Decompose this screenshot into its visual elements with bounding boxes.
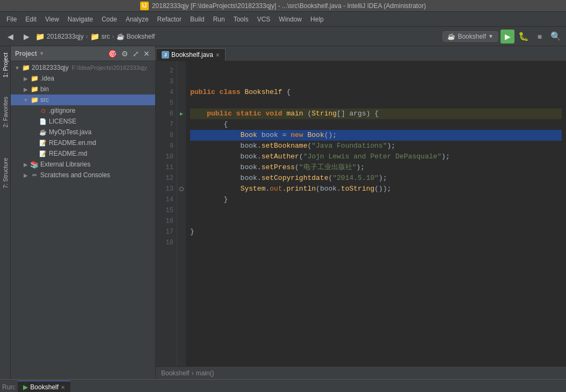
project-settings-button[interactable]: ⚙ bbox=[120, 49, 129, 58]
menu-edit[interactable]: Edit bbox=[21, 14, 41, 24]
code-line-7: { bbox=[190, 119, 562, 130]
toolbar: ◀ ▶ 📁 20182333qjy › 📁 src › ☕ Bookshelf … bbox=[0, 27, 566, 46]
menu-tools[interactable]: Tools bbox=[229, 14, 253, 24]
breakpoint-circle[interactable] bbox=[179, 187, 184, 191]
search-everywhere-button[interactable]: 🔍 bbox=[549, 30, 563, 43]
code-line-9: book.setBookname("Java Foundations"); bbox=[190, 141, 562, 151]
tree-item-readme-en[interactable]: 📝 README.en.md bbox=[11, 137, 155, 148]
tree-item-src[interactable]: ▼ 📁 src bbox=[11, 95, 155, 105]
tab-filename: Bookshelf.java bbox=[171, 51, 213, 59]
tree-readme-label: README.md bbox=[49, 150, 87, 157]
sidebar-tab-structure[interactable]: 7: Structure bbox=[1, 154, 10, 193]
run-gutters: ▶ bbox=[177, 61, 186, 366]
project-dropdown-icon[interactable]: ▼ bbox=[39, 50, 45, 56]
breadcrumb-src[interactable]: src bbox=[101, 33, 110, 40]
project-close-button[interactable]: ✕ bbox=[142, 49, 151, 58]
forward-button[interactable]: ▶ bbox=[19, 30, 33, 43]
breadcrumb-method: main() bbox=[196, 369, 214, 377]
stop-button[interactable]: ■ bbox=[533, 30, 547, 43]
tree-root-label: 20182333qjy bbox=[32, 64, 69, 71]
project-header-label: Project bbox=[15, 50, 37, 57]
run-button[interactable]: ▶ bbox=[500, 30, 514, 43]
readme-icon: 📝 bbox=[39, 149, 47, 158]
breadcrumb-file[interactable]: Bookshelf bbox=[127, 33, 155, 40]
menu-help[interactable]: Help bbox=[306, 14, 328, 24]
src-folder-icon: 📁 bbox=[90, 32, 99, 41]
run-tab-label: Bookshelf bbox=[30, 383, 59, 391]
code-line-13: System.out.println(book.toString()); bbox=[190, 184, 562, 194]
bottom-tab-run[interactable]: ▶ Bookshelf ✕ bbox=[18, 381, 70, 392]
run-tab-icon: ▶ bbox=[23, 383, 28, 391]
editor-breadcrumb: Bookshelf › main() bbox=[156, 366, 566, 379]
tree-item-bin[interactable]: ▶ 📁 bin bbox=[11, 84, 155, 95]
debug-button[interactable]: 🐛 bbox=[517, 30, 531, 43]
code-editor[interactable]: 2 3 4 5 6 7 8 9 10 11 12 13 14 15 16 17 … bbox=[156, 61, 566, 366]
tree-item-scratches[interactable]: ▶ ✏ Scratches and Consoles bbox=[11, 170, 155, 180]
menu-analyze[interactable]: Analyze bbox=[121, 14, 153, 24]
license-icon: 📄 bbox=[39, 117, 47, 126]
code-line-3 bbox=[190, 76, 562, 87]
project-header: Project ▼ 🎯 ⚙ ⤢ ✕ bbox=[11, 46, 155, 61]
menu-navigate[interactable]: Navigate bbox=[63, 14, 97, 24]
tree-item-myoptest[interactable]: ☕ MyOpTest.java bbox=[11, 127, 155, 137]
tree-arrow-bin: ▶ bbox=[21, 86, 30, 92]
menu-run[interactable]: Run bbox=[209, 14, 229, 24]
menu-vcs[interactable]: VCS bbox=[253, 14, 275, 24]
tree-item-ext-libs[interactable]: ▶ 📚 External Libraries bbox=[11, 159, 155, 170]
breadcrumb-class: Bookshelf bbox=[161, 369, 190, 377]
code-line-18 bbox=[190, 237, 562, 248]
src-folder-icon: 📁 bbox=[30, 96, 39, 104]
sidebar-tab-project[interactable]: 1: Project bbox=[1, 48, 10, 82]
tree-item-readme[interactable]: 📝 README.md bbox=[11, 148, 155, 159]
back-button[interactable]: ◀ bbox=[3, 30, 17, 43]
run-tab-close[interactable]: ✕ bbox=[61, 384, 65, 390]
tab-close-button[interactable]: ✕ bbox=[215, 52, 220, 58]
menu-view[interactable]: View bbox=[41, 14, 63, 24]
code-content[interactable]: public class Bookshelf { public static v… bbox=[186, 61, 566, 366]
run-config-dropdown-icon[interactable]: ▼ bbox=[488, 33, 494, 39]
run-label: Run: bbox=[0, 383, 18, 391]
breadcrumb: ◀ ▶ 📁 20182333qjy › 📁 src › ☕ Bookshelf bbox=[3, 30, 155, 43]
menu-bar: File Edit View Navigate Code Analyze Ref… bbox=[0, 12, 566, 27]
title-text: 20182333qjy [F:\IdeaProjects\20182333qjy… bbox=[152, 2, 426, 10]
run-gutter-main[interactable]: ▶ bbox=[177, 108, 186, 119]
menu-window[interactable]: Window bbox=[274, 14, 306, 24]
code-line-4: public class Bookshelf { bbox=[190, 87, 562, 98]
project-tree: ▼ 📁 20182333qjy F:\IdeaProjects\20182333… bbox=[11, 61, 155, 379]
tree-arrow-src: ▼ bbox=[21, 97, 30, 103]
sidebar-tab-favorites[interactable]: 2: Favorites bbox=[1, 92, 10, 132]
bottom-panel: Run: ▶ Bookshelf ✕ ▶ ■ ⬇ 🖨 🗑 F:\JDK\bin\… bbox=[0, 379, 566, 392]
tab-file-icon: J bbox=[162, 51, 169, 59]
code-line-11: book.setPress("电子工业出版社"); bbox=[190, 162, 562, 173]
code-line-6: public static void main (String[] args) … bbox=[190, 108, 562, 119]
bin-folder-icon: 📁 bbox=[30, 85, 39, 93]
tree-license-label: LICENSE bbox=[49, 118, 76, 125]
project-expand-button[interactable]: ⤢ bbox=[132, 49, 140, 58]
project-locate-button[interactable]: 🎯 bbox=[107, 49, 118, 58]
run-config-selector[interactable]: ☕ Bookshelf ▼ bbox=[442, 31, 498, 42]
code-line-5 bbox=[190, 98, 562, 108]
tree-item-idea[interactable]: ▶ 📁 .idea bbox=[11, 73, 155, 84]
tree-item-root[interactable]: ▼ 📁 20182333qjy F:\IdeaProjects\20182333… bbox=[11, 62, 155, 73]
menu-code[interactable]: Code bbox=[97, 14, 121, 24]
tree-myoptest-label: MyOpTest.java bbox=[49, 128, 91, 136]
tree-arrow-root: ▼ bbox=[13, 65, 21, 71]
tree-item-gitignore[interactable]: ⊙ .gitignore bbox=[11, 105, 155, 116]
menu-file[interactable]: File bbox=[2, 14, 21, 24]
tree-gitignore-label: .gitignore bbox=[49, 107, 75, 114]
gitignore-icon: ⊙ bbox=[39, 106, 47, 115]
code-line-17: } bbox=[190, 227, 562, 237]
project-folder-icon: 📁 bbox=[35, 32, 45, 41]
editor-tab-bookshelf[interactable]: J Bookshelf.java ✕ bbox=[156, 48, 226, 61]
code-line-2 bbox=[190, 66, 562, 76]
line-numbers: 2 3 4 5 6 7 8 9 10 11 12 13 14 15 16 17 … bbox=[156, 61, 177, 366]
tree-item-license[interactable]: 📄 LICENSE bbox=[11, 116, 155, 127]
code-line-12: book.setCopyrightdate("2014.5.10"); bbox=[190, 173, 562, 184]
tree-arrow-scratches: ▶ bbox=[21, 172, 30, 178]
menu-build[interactable]: Build bbox=[186, 14, 209, 24]
breadcrumb-project[interactable]: 20182333qjy bbox=[47, 33, 84, 40]
tree-idea-label: .idea bbox=[40, 75, 54, 82]
tree-src-label: src bbox=[40, 96, 49, 104]
menu-refactor[interactable]: Refactor bbox=[153, 14, 186, 24]
ext-libs-icon: 📚 bbox=[30, 160, 39, 169]
